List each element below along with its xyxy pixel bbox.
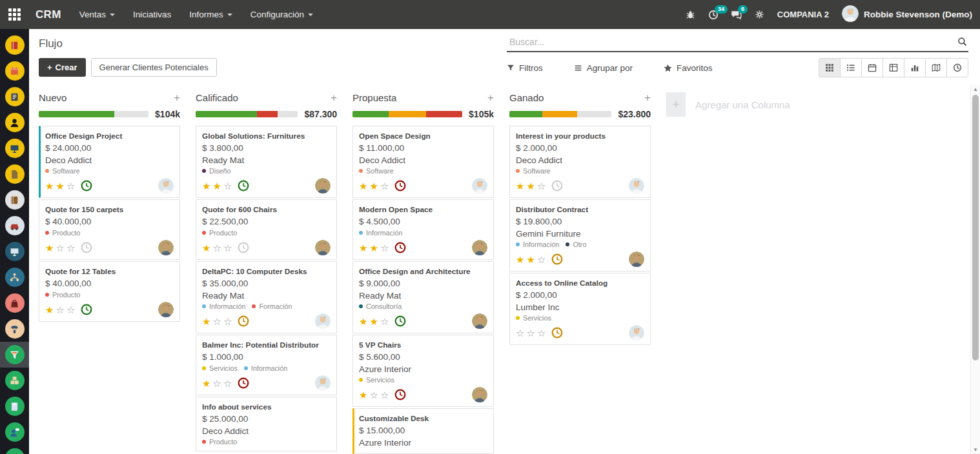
add-record-plus-icon[interactable]: +: [644, 92, 651, 103]
scroll-up-arrow[interactable]: ▲: [971, 84, 980, 94]
star-empty-icon[interactable]: ☆: [526, 328, 535, 338]
progress-segment-red[interactable]: [257, 111, 278, 117]
groupby-button[interactable]: Agrupar por: [574, 63, 633, 73]
priority-stars[interactable]: ★★☆: [45, 181, 75, 191]
priority-stars[interactable]: ★★☆: [516, 255, 546, 264]
search-input[interactable]: [508, 36, 952, 48]
kanban-card[interactable]: Office Design and Architecture$ 9.000,00…: [352, 261, 494, 333]
priority-stars[interactable]: ★★☆: [516, 181, 546, 191]
activity-clock-icon[interactable]: [394, 242, 406, 253]
activity-clock-icon[interactable]: [238, 377, 249, 389]
view-calendar-button[interactable]: [861, 58, 883, 77]
salesperson-avatar[interactable]: [472, 313, 487, 329]
search-icon[interactable]: [957, 37, 967, 49]
sidebar-app-more[interactable]: [0, 445, 29, 454]
activity-clock-icon[interactable]: [238, 242, 249, 253]
create-button[interactable]: Crear: [39, 58, 86, 77]
progress-segment-muted[interactable]: [577, 111, 612, 117]
activity-clock-icon[interactable]: [238, 180, 249, 192]
progress-segment-green[interactable]: [509, 111, 542, 117]
star-empty-icon[interactable]: ☆: [56, 243, 64, 253]
star-empty-icon[interactable]: ☆: [66, 181, 75, 191]
filters-button[interactable]: Filtros: [507, 63, 543, 73]
star-filled-icon[interactable]: ★: [202, 243, 210, 253]
star-empty-icon[interactable]: ☆: [516, 328, 524, 338]
star-filled-icon[interactable]: ★: [526, 181, 535, 191]
star-empty-icon[interactable]: ☆: [380, 243, 389, 253]
star-filled-icon[interactable]: ★: [359, 181, 367, 191]
activity-clock-icon[interactable]: [394, 389, 406, 400]
star-empty-icon[interactable]: ☆: [56, 305, 64, 315]
star-filled-icon[interactable]: ★: [202, 181, 210, 191]
progress-segment-red[interactable]: [426, 111, 462, 117]
star-filled-icon[interactable]: ★: [56, 181, 64, 191]
kanban-card[interactable]: Customizable Desk$ 15.000,00Azure Interi…: [352, 408, 494, 454]
priority-stars[interactable]: ★☆☆: [202, 243, 232, 253]
bug-icon[interactable]: [686, 10, 695, 19]
view-map-button[interactable]: [925, 58, 947, 77]
activity-clock-icon[interactable]: [81, 180, 92, 192]
salesperson-avatar[interactable]: [315, 178, 331, 193]
star-filled-icon[interactable]: ★: [45, 305, 54, 315]
sidebar-app-purchase[interactable]: [0, 290, 29, 316]
star-filled-icon[interactable]: ★: [202, 379, 210, 388]
menu-ventas[interactable]: Ventas: [79, 10, 115, 19]
sidebar-app-notes[interactable]: [0, 84, 29, 110]
progress-segment-green[interactable]: [352, 111, 389, 117]
activity-clock-icon[interactable]: [551, 180, 563, 192]
activity-clock-icon[interactable]: [81, 304, 92, 315]
priority-stars[interactable]: ★☆☆: [359, 390, 389, 400]
kanban-card[interactable]: 5 VP Chairs$ 5.600,00Azure InteriorServi…: [352, 335, 494, 407]
star-filled-icon[interactable]: ★: [369, 181, 378, 191]
star-empty-icon[interactable]: ☆: [212, 317, 221, 326]
sidebar-app-crm[interactable]: [0, 342, 29, 368]
menu-configuraci-n[interactable]: Configuración: [250, 10, 313, 19]
scroll-down-arrow[interactable]: ▼: [971, 445, 980, 454]
kanban-card[interactable]: Interest in your products$ 2.000,00Deco …: [509, 126, 651, 198]
column-progressbar[interactable]: [509, 111, 611, 117]
kanban-card[interactable]: Balmer Inc: Potential Distributor$ 1.000…: [196, 335, 337, 395]
kanban-card[interactable]: Quote for 12 Tables$ 40.000,00Producto★☆…: [39, 261, 180, 322]
messages-icon[interactable]: 6: [731, 10, 742, 20]
priority-stars[interactable]: ★☆☆: [45, 305, 75, 315]
star-filled-icon[interactable]: ★: [359, 317, 367, 326]
star-empty-icon[interactable]: ☆: [537, 181, 546, 191]
sidebar-app-switchboard[interactable]: [0, 316, 29, 342]
app-brand[interactable]: CRM: [36, 8, 61, 21]
star-filled-icon[interactable]: ★: [369, 243, 378, 253]
favorites-button[interactable]: Favoritos: [664, 63, 713, 73]
star-empty-icon[interactable]: ☆: [537, 328, 546, 338]
star-empty-icon[interactable]: ☆: [223, 181, 232, 191]
salesperson-avatar[interactable]: [472, 240, 487, 255]
star-filled-icon[interactable]: ★: [45, 243, 54, 253]
activity-clock-icon[interactable]: [238, 315, 249, 327]
kanban-card[interactable]: DeltaPC: 10 Computer Desks$ 35.000,00Rea…: [196, 261, 337, 333]
star-empty-icon[interactable]: ☆: [212, 379, 221, 388]
sidebar-app-knowledge[interactable]: [0, 187, 29, 213]
priority-stars[interactable]: ☆☆☆: [516, 328, 546, 338]
star-empty-icon[interactable]: ☆: [380, 390, 389, 400]
sidebar-app-calendar[interactable]: [0, 58, 29, 84]
salesperson-avatar[interactable]: [158, 178, 174, 193]
view-graph-button[interactable]: [904, 58, 926, 77]
view-list-button[interactable]: [840, 58, 862, 77]
column-progressbar[interactable]: [196, 111, 298, 117]
scrollbar-thumb[interactable]: [972, 95, 979, 360]
progress-segment-muted[interactable]: [278, 111, 298, 117]
star-filled-icon[interactable]: ★: [516, 181, 524, 191]
progress-segment-orange[interactable]: [542, 111, 577, 117]
star-filled-icon[interactable]: ★: [202, 317, 210, 326]
star-empty-icon[interactable]: ☆: [223, 379, 232, 388]
sidebar-app-fleet[interactable]: [0, 213, 29, 239]
view-activity-button[interactable]: [946, 58, 968, 77]
generate-leads-button[interactable]: Generar Clientes Potenciales: [91, 58, 217, 77]
sidebar-app-documents[interactable]: [0, 161, 29, 187]
priority-stars[interactable]: ★★☆: [359, 317, 389, 326]
salesperson-avatar[interactable]: [629, 252, 644, 267]
activities-icon[interactable]: 34: [708, 10, 719, 20]
priority-stars[interactable]: ★★☆: [359, 181, 389, 191]
star-empty-icon[interactable]: ☆: [66, 243, 75, 253]
salesperson-avatar[interactable]: [315, 375, 331, 391]
salesperson-avatar[interactable]: [629, 325, 644, 340]
priority-stars[interactable]: ★☆☆: [45, 243, 75, 253]
